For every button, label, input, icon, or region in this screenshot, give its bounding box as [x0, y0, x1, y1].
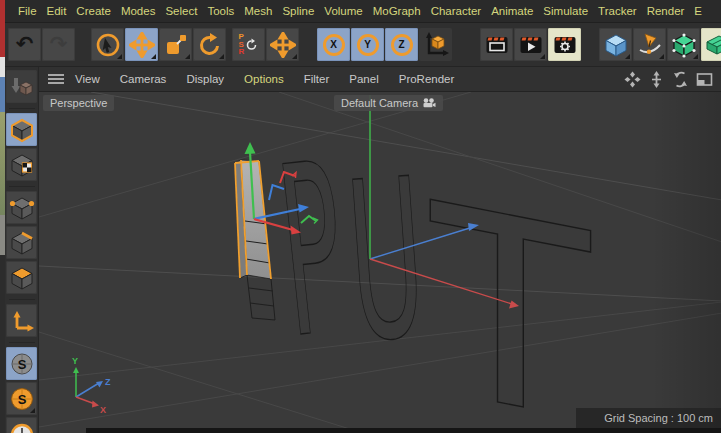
- workplane-axis-icon: [9, 308, 35, 334]
- edges-mode-icon: [9, 230, 35, 256]
- bottom-panel-edge: [86, 428, 721, 433]
- selected-extrude-object[interactable]: [235, 160, 275, 320]
- camera-icon: [422, 98, 436, 108]
- menu-create[interactable]: Create: [71, 5, 116, 17]
- orbit-view-icon[interactable]: [672, 71, 689, 88]
- svg-text:S: S: [17, 356, 26, 371]
- pan-view-icon[interactable]: [624, 71, 641, 88]
- menu-extensions-clipped[interactable]: E: [689, 5, 707, 17]
- menu-volume[interactable]: Volume: [319, 5, 367, 17]
- axis-lock-z-icon: Z: [391, 34, 413, 56]
- vp-menu-options[interactable]: Options: [234, 73, 294, 85]
- coordinates-tool-button[interactable]: [266, 28, 299, 61]
- make-editable-button[interactable]: [6, 70, 37, 103]
- render-view-icon: [484, 32, 510, 58]
- menu-tracker[interactable]: Tracker: [593, 5, 642, 17]
- psr-reset-button[interactable]: P S R: [232, 28, 265, 61]
- undo-icon: ↶: [16, 34, 34, 55]
- main-toolbar: ↶ ↷: [5, 23, 721, 67]
- render-view-button[interactable]: [480, 28, 513, 61]
- subdivision-surface-icon: [671, 32, 697, 58]
- camera-label[interactable]: Default Camera: [334, 95, 443, 111]
- hamburger-icon[interactable]: [47, 73, 65, 85]
- move-tool-button[interactable]: [125, 28, 158, 61]
- quantize-button[interactable]: [6, 417, 37, 433]
- pen-spline-icon: [637, 32, 663, 58]
- mode-palette: S S: [5, 67, 39, 433]
- menu-edit[interactable]: Edit: [42, 5, 72, 17]
- texture-mode-button[interactable]: [6, 148, 37, 181]
- vp-menu-filter[interactable]: Filter: [294, 73, 340, 85]
- add-cube-button[interactable]: [599, 28, 632, 61]
- texture-mode-icon: [9, 152, 35, 178]
- text-spline-outline[interactable]: P U T: [268, 112, 593, 433]
- perspective-viewport[interactable]: P U T: [39, 92, 721, 433]
- menu-animate[interactable]: Animate: [486, 5, 538, 17]
- dolly-view-icon[interactable]: [648, 71, 665, 88]
- menu-spline[interactable]: Spline: [277, 5, 319, 17]
- render-settings-button[interactable]: [548, 28, 581, 61]
- menu-tools[interactable]: Tools: [202, 5, 239, 17]
- maximize-view-icon[interactable]: [696, 71, 713, 88]
- viewport-canvas[interactable]: P U T: [39, 92, 721, 433]
- menu-render[interactable]: Render: [642, 5, 690, 17]
- polygons-mode-icon: [9, 265, 35, 291]
- vp-menu-cameras[interactable]: Cameras: [110, 73, 177, 85]
- extrude-icon: [705, 32, 721, 58]
- svg-text:X: X: [100, 405, 106, 415]
- lock-z-axis-button[interactable]: Z: [385, 28, 418, 61]
- svg-text:Y: Y: [72, 356, 78, 366]
- redo-icon: ↷: [50, 34, 68, 55]
- rotate-icon: [197, 32, 223, 58]
- vp-menu-prorender[interactable]: ProRender: [389, 73, 465, 85]
- points-mode-icon: [9, 195, 35, 221]
- vp-menu-display[interactable]: Display: [176, 73, 234, 85]
- scale-tool-button[interactable]: [159, 28, 192, 61]
- svg-text:Z: Z: [105, 377, 111, 387]
- world-axis-cube-icon: [422, 31, 450, 59]
- subdivision-surface-button[interactable]: [667, 28, 700, 61]
- lock-y-axis-button[interactable]: Y: [351, 28, 384, 61]
- polygons-mode-button[interactable]: [6, 261, 37, 294]
- viewport-menu-bar: View Cameras Display Options Filter Pane…: [39, 67, 721, 92]
- menu-mograph[interactable]: MoGraph: [368, 5, 426, 17]
- menu-simulate[interactable]: Simulate: [538, 5, 593, 17]
- svg-text:S: S: [17, 391, 26, 406]
- edges-mode-button[interactable]: [6, 226, 37, 259]
- grid-spacing-status: Grid Spacing : 100 cm: [576, 408, 721, 428]
- rotate-tool-button[interactable]: [193, 28, 226, 61]
- model-mode-icon: [9, 117, 35, 143]
- render-settings-icon: [552, 32, 578, 58]
- vp-menu-panel[interactable]: Panel: [339, 73, 388, 85]
- render-picture-viewer-button[interactable]: [514, 28, 547, 61]
- axis-lock-y-icon: Y: [357, 34, 379, 56]
- menu-mesh[interactable]: Mesh: [239, 5, 277, 17]
- axis-triad: Y Z X: [72, 356, 111, 415]
- lock-x-axis-button[interactable]: X: [317, 28, 350, 61]
- view-label: Perspective: [43, 95, 114, 111]
- redo-button[interactable]: ↷: [42, 28, 75, 61]
- points-mode-button[interactable]: [6, 191, 37, 224]
- quantize-clock-icon: [9, 421, 35, 433]
- snap-enabled-button[interactable]: S: [6, 382, 37, 415]
- model-mode-button[interactable]: [6, 113, 37, 146]
- menu-file[interactable]: File: [13, 5, 42, 17]
- coordinate-system-button[interactable]: [419, 28, 452, 61]
- menu-character[interactable]: Character: [426, 5, 487, 17]
- move-icon: [129, 32, 155, 58]
- pen-spline-button[interactable]: [633, 28, 666, 61]
- live-selection-button[interactable]: [91, 28, 124, 61]
- workplane-axis-button[interactable]: [6, 304, 37, 337]
- extrude-button[interactable]: [701, 28, 721, 61]
- make-editable-icon: [9, 74, 35, 100]
- snap-settings-button[interactable]: S: [6, 347, 37, 380]
- menu-modes[interactable]: Modes: [116, 5, 161, 17]
- undo-button[interactable]: ↶: [8, 28, 41, 61]
- vp-menu-view[interactable]: View: [65, 73, 110, 85]
- psr-icon: P S R: [239, 33, 259, 56]
- background-window-sliver: [0, 0, 5, 433]
- spline-letter-t: T: [427, 146, 594, 433]
- snap-disabled-icon: S: [9, 351, 35, 377]
- menu-select[interactable]: Select: [160, 5, 202, 17]
- camera-label-text: Default Camera: [341, 97, 418, 109]
